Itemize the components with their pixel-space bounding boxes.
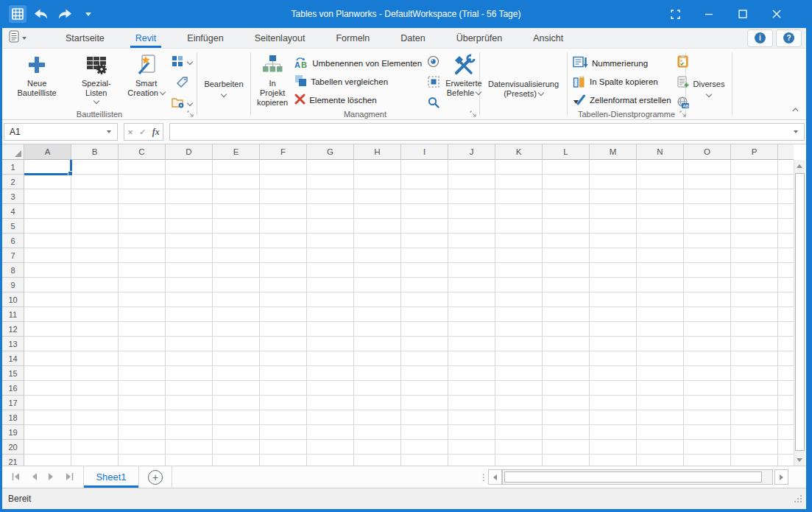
cell-J13[interactable] <box>448 337 495 351</box>
row-header-6[interactable]: 6 <box>2 234 24 248</box>
cell-C9[interactable] <box>119 278 166 292</box>
cell-J9[interactable] <box>448 278 495 292</box>
cell-E13[interactable] <box>213 337 260 351</box>
cell-I9[interactable] <box>401 278 448 292</box>
cell-E4[interactable] <box>213 204 260 219</box>
cell-D7[interactable] <box>166 248 213 263</box>
resize-grip[interactable] <box>794 493 802 506</box>
row-header-1[interactable]: 1 <box>2 160 24 175</box>
tab-daten[interactable]: Daten <box>385 28 440 48</box>
cell-P9[interactable] <box>731 278 778 292</box>
blue-grid-button[interactable] <box>172 54 192 69</box>
cell-B21[interactable] <box>71 455 119 466</box>
column-header-I[interactable]: I <box>401 144 448 160</box>
name-box-input[interactable] <box>4 126 98 138</box>
cell-E21[interactable] <box>213 455 260 466</box>
cell-J14[interactable] <box>448 351 495 366</box>
cell-K16[interactable] <box>495 381 543 396</box>
row-header-7[interactable]: 7 <box>2 248 24 263</box>
cell-K15[interactable] <box>495 366 543 381</box>
cell-D12[interactable] <box>166 322 213 337</box>
cell-L5[interactable] <box>543 219 590 234</box>
undo-icon[interactable] <box>32 5 50 23</box>
tab-seitenlayout[interactable]: Seitenlayout <box>239 28 321 48</box>
spezial-listen-button[interactable]: Spezial-Listen <box>69 50 123 105</box>
cell-M8[interactable] <box>590 263 637 278</box>
tab-formeln[interactable]: Formeln <box>320 28 385 48</box>
cell-J5[interactable] <box>448 219 495 234</box>
cell-M19[interactable] <box>590 425 637 440</box>
cell-P10[interactable] <box>731 292 778 307</box>
cell-L16[interactable] <box>543 381 590 396</box>
cell-E16[interactable] <box>213 381 260 396</box>
cell-L1[interactable] <box>543 160 590 175</box>
cell-D2[interactable] <box>166 175 213 189</box>
formula-input[interactable] <box>170 126 794 138</box>
hscroll-right-button[interactable] <box>774 469 788 485</box>
cell-A3[interactable] <box>24 189 71 204</box>
cell-M9[interactable] <box>590 278 637 292</box>
cell-K12[interactable] <box>495 322 543 337</box>
cell-M16[interactable] <box>590 381 637 396</box>
column-header-K[interactable]: K <box>495 144 543 160</box>
row-header-9[interactable]: 9 <box>2 278 24 292</box>
cell-C21[interactable] <box>119 455 166 466</box>
cell-H2[interactable] <box>354 175 401 189</box>
cell-P14[interactable] <box>731 351 778 366</box>
cell-H14[interactable] <box>354 351 401 366</box>
cell-K6[interactable] <box>495 234 543 248</box>
cell-F2[interactable] <box>260 175 307 189</box>
cell-K10[interactable] <box>495 292 543 307</box>
cell-L21[interactable] <box>543 455 590 466</box>
previous-sheet-button[interactable] <box>31 471 38 484</box>
cell-L12[interactable] <box>543 322 590 337</box>
cell-H16[interactable] <box>354 381 401 396</box>
folder-gear-button[interactable] <box>172 95 192 110</box>
cell-C5[interactable] <box>119 219 166 234</box>
cell-F7[interactable] <box>260 248 307 263</box>
hscroll-left-button[interactable] <box>488 469 502 485</box>
row-header-5[interactable]: 5 <box>2 219 24 234</box>
tag-button[interactable] <box>176 74 188 89</box>
cell-C13[interactable] <box>119 337 166 351</box>
cell-G20[interactable] <box>307 440 354 455</box>
cell-C8[interactable] <box>119 263 166 278</box>
cell-N3[interactable] <box>637 189 684 204</box>
row-header-10[interactable]: 10 <box>2 292 24 307</box>
cell-B2[interactable] <box>71 175 119 189</box>
cell-B3[interactable] <box>71 189 119 204</box>
cell-D11[interactable] <box>166 307 213 322</box>
cell-K2[interactable] <box>495 175 543 189</box>
formula-input-box[interactable] <box>169 123 805 141</box>
tab-berprfen[interactable]: Überprüfen <box>441 28 518 48</box>
cell-O11[interactable] <box>684 307 731 322</box>
cell-K20[interactable] <box>495 440 543 455</box>
cell-G12[interactable] <box>307 322 354 337</box>
cell-E14[interactable] <box>213 351 260 366</box>
row-header-2[interactable]: 2 <box>2 175 24 189</box>
cell-A12[interactable] <box>24 322 71 337</box>
cell-C2[interactable] <box>119 175 166 189</box>
cell-E3[interactable] <box>213 189 260 204</box>
cell-B15[interactable] <box>71 366 119 381</box>
redo-icon[interactable] <box>56 5 74 23</box>
elemente-loeschen-button[interactable]: Elemente löschen <box>292 91 425 109</box>
cell-M12[interactable] <box>590 322 637 337</box>
column-header-P[interactable]: P <box>731 144 778 160</box>
zellenformat-erstellen-button[interactable]: Zellenformat erstellen <box>570 91 674 109</box>
cell-G7[interactable] <box>307 248 354 263</box>
column-header-F[interactable]: F <box>260 144 307 160</box>
cell-M15[interactable] <box>590 366 637 381</box>
cell-G15[interactable] <box>307 366 354 381</box>
cell-C12[interactable] <box>119 322 166 337</box>
cell-E6[interactable] <box>213 234 260 248</box>
cell-O2[interactable] <box>684 175 731 189</box>
cell-G13[interactable] <box>307 337 354 351</box>
cell-G4[interactable] <box>307 204 354 219</box>
cell-K21[interactable] <box>495 455 543 466</box>
cell-I2[interactable] <box>401 175 448 189</box>
cell-L9[interactable] <box>543 278 590 292</box>
cell-O17[interactable] <box>684 396 731 410</box>
cell-I19[interactable] <box>401 425 448 440</box>
cell-C17[interactable] <box>119 396 166 410</box>
